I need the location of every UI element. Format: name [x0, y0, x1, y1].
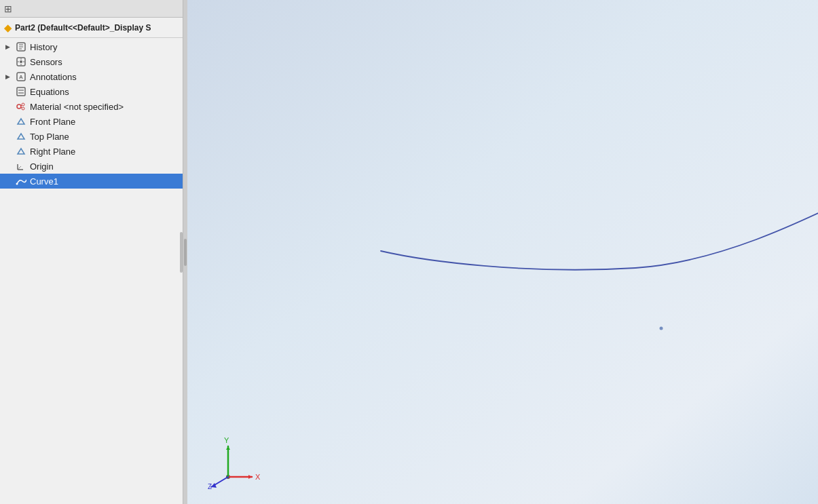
- material-icon: [15, 100, 27, 113]
- origin-label: Origin: [30, 161, 54, 172]
- front-plane-icon: [15, 115, 27, 128]
- svg-rect-12: [17, 88, 25, 96]
- svg-line-19: [21, 107, 22, 108]
- svg-point-28: [660, 327, 663, 330]
- history-label: History: [30, 42, 57, 52]
- resize-handle[interactable]: [180, 232, 183, 273]
- tree-item-equations[interactable]: Equations: [0, 84, 183, 99]
- 3d-viewport[interactable]: X Y Z: [187, 0, 818, 504]
- feature-tree: ▶ History Sensors ▶ A Annotations: [0, 38, 183, 504]
- svg-point-16: [22, 103, 24, 106]
- history-icon: [15, 41, 27, 53]
- svg-marker-21: [18, 134, 24, 139]
- material-label: Material <not specified>: [30, 102, 124, 112]
- svg-marker-20: [18, 119, 24, 124]
- expand-arrow-history: ▶: [5, 43, 14, 50]
- curve1-icon: [15, 175, 27, 187]
- svg-point-5: [20, 60, 22, 63]
- svg-marker-22: [18, 149, 24, 154]
- part-header: ◆ Part2 (Default<<Default>_Display S: [0, 18, 183, 38]
- tree-item-sensors[interactable]: Sensors: [0, 54, 183, 69]
- svg-line-18: [21, 105, 22, 106]
- svg-marker-31: [248, 475, 252, 479]
- tree-item-history[interactable]: ▶ History: [0, 39, 183, 54]
- right-plane-label: Right Plane: [30, 147, 75, 157]
- curve-svg: [187, 0, 818, 504]
- svg-text:A: A: [19, 74, 23, 80]
- svg-marker-33: [226, 446, 230, 450]
- annotations-icon: A: [15, 71, 27, 83]
- axis-widget: X Y Z: [208, 436, 262, 490]
- tree-item-material[interactable]: Material <not specified>: [0, 99, 183, 114]
- tree-item-right-plane[interactable]: Right Plane: [0, 144, 183, 159]
- part-title: Part2 (Default<<Default>_Display S: [15, 23, 151, 33]
- svg-point-15: [17, 104, 21, 109]
- expand-arrow-annotations: ▶: [5, 73, 14, 80]
- front-plane-label: Front Plane: [30, 117, 75, 127]
- svg-rect-27: [187, 0, 818, 504]
- equations-label: Equations: [30, 87, 69, 97]
- sensors-icon: [15, 56, 27, 68]
- tree-item-annotations[interactable]: ▶ A Annotations: [0, 69, 183, 84]
- x-axis-label: X: [255, 473, 261, 481]
- right-plane-icon: [15, 145, 27, 157]
- top-plane-icon: [15, 130, 27, 142]
- svg-point-17: [22, 107, 24, 110]
- y-axis-label: Y: [224, 436, 229, 444]
- top-plane-label: Top Plane: [30, 132, 69, 142]
- equations-icon: [15, 85, 27, 98]
- part-icon: ◆: [4, 22, 12, 33]
- feature-tree-panel: ⊞ ◆ Part2 (Default<<Default>_Display S ▶…: [0, 0, 183, 504]
- divider-handle: [184, 239, 187, 266]
- filter-icon[interactable]: ⊞: [4, 3, 12, 14]
- tree-item-curve1[interactable]: Curve1: [0, 174, 183, 189]
- origin-icon: [15, 160, 27, 172]
- tree-item-top-plane[interactable]: Top Plane: [0, 129, 183, 144]
- z-axis-label: Z: [208, 483, 212, 490]
- curve1-label: Curve1: [30, 176, 58, 187]
- tree-item-origin[interactable]: Origin: [0, 159, 183, 174]
- tree-item-front-plane[interactable]: Front Plane: [0, 114, 183, 129]
- annotations-label: Annotations: [30, 72, 77, 82]
- sensors-label: Sensors: [30, 57, 62, 67]
- filter-bar: ⊞: [0, 0, 183, 18]
- svg-point-26: [16, 183, 18, 185]
